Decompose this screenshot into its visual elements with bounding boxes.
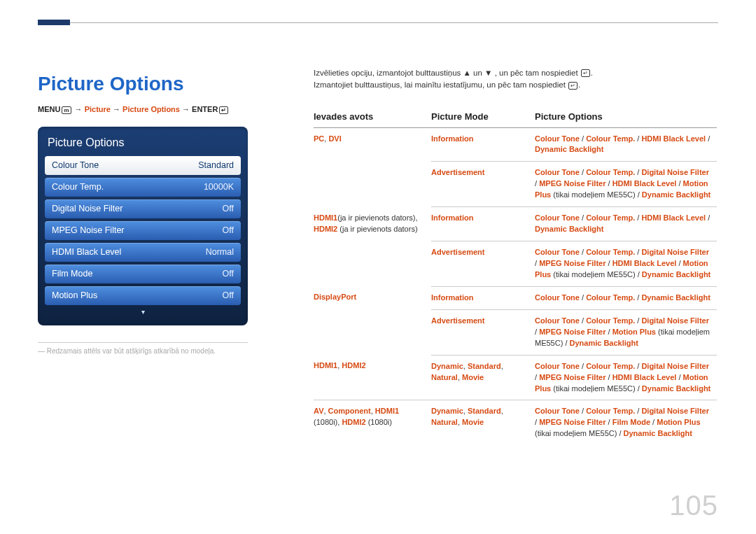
menu-item-mpeg-noise-filter[interactable]: MPEG Noise FilterOff (45, 221, 241, 240)
cell-picture-options: Colour Tone / Colour Temp. / Digital Noi… (535, 309, 717, 355)
menu-item-label: Digital Noise Filter (52, 204, 122, 213)
table-row: HDMI1(ja ir pievienots dators), HDMI2 (j… (314, 207, 717, 241)
cell-picture-mode: Advertisement (431, 162, 535, 207)
intro-part: Izmantojiet bulttaustiņus, lai mainītu i… (314, 80, 568, 89)
arrow-icon: → (182, 105, 192, 113)
menu-item-value: Off (223, 269, 234, 279)
arrow-icon: → (113, 105, 122, 113)
menu-item-label: Film Mode (52, 269, 92, 279)
intro-part: , un pēc tam nospiediet (495, 69, 580, 77)
cell-source (314, 162, 431, 207)
cell-picture-options: Colour Tone / Colour Temp. / Digital Noi… (535, 355, 717, 400)
cell-picture-mode: Advertisement (431, 309, 535, 355)
arrow-icon: → (75, 105, 85, 113)
menu-item-digital-noise-filter[interactable]: Digital Noise FilterOff (45, 199, 241, 218)
table-row: AV, Component, HDMI1 (1080i), HDMI2 (108… (314, 400, 717, 445)
cell-picture-options: Colour Tone / Colour Temp. / Digital Noi… (535, 241, 717, 287)
breadcrumb-picture-options: Picture Options (122, 105, 180, 113)
osd-menu-panel: Picture Options Colour ToneStandardColou… (38, 127, 248, 325)
cell-picture-options: Colour Tone / Colour Temp. / Digital Noi… (535, 162, 717, 207)
menu-item-value: Normal (206, 247, 234, 257)
table-row: AdvertisementColour Tone / Colour Temp. … (314, 162, 717, 207)
table-row: PC, DVIInformationColour Tone / Colour T… (314, 127, 717, 162)
cell-picture-mode: Dynamic, Standard, Natural, Movie (431, 355, 535, 400)
menu-item-label: Colour Temp. (52, 182, 104, 192)
menu-item-value: Off (223, 225, 234, 235)
enter-icon: ↵ (568, 82, 578, 90)
menu-item-colour-temp-[interactable]: Colour Temp.10000K (45, 178, 241, 197)
cell-source: HDMI1(ja ir pievienots dators), HDMI2 (j… (314, 207, 431, 241)
intro-part: . (591, 69, 593, 77)
enter-icon: ↵ (219, 106, 228, 114)
menu-item-value: Standard (198, 160, 234, 170)
scroll-down-icon[interactable]: ▾ (45, 308, 241, 316)
down-arrow-icon: ▼ (484, 69, 492, 77)
cell-source: DisplayPort (314, 286, 431, 309)
divider (38, 342, 248, 343)
col-picture-mode: Picture Mode (431, 107, 535, 128)
cell-picture-mode: Information (431, 127, 535, 162)
col-picture-options: Picture Options (535, 107, 717, 128)
intro-text: Izvēlieties opciju, izmantojot bulttaust… (314, 67, 717, 92)
menu-item-label: MPEG Noise Filter (52, 225, 125, 235)
table-row: DisplayPortInformationColour Tone / Colo… (314, 286, 717, 309)
cell-source: HDMI1, HDMI2 (314, 355, 431, 400)
table-row: AdvertisementColour Tone / Colour Temp. … (314, 309, 717, 355)
menu-icon: m (62, 106, 71, 114)
menu-item-label: Colour Tone (52, 160, 99, 170)
menu-item-film-mode[interactable]: Film ModeOff (45, 265, 241, 283)
osd-menu-title: Picture Options (45, 132, 241, 156)
cell-picture-mode: Advertisement (431, 241, 535, 287)
header-rule (38, 22, 718, 24)
menu-item-value: 10000K (204, 182, 234, 192)
intro-part: . (578, 80, 580, 89)
intro-part: Izvēlieties opciju, izmantojot bulttaust… (314, 69, 463, 77)
enter-icon: ↵ (581, 69, 590, 77)
cell-source: AV, Component, HDMI1 (1080i), HDMI2 (108… (314, 400, 431, 445)
breadcrumb-picture: Picture (85, 105, 111, 113)
intro-part: un (473, 69, 484, 77)
cell-picture-mode: Dynamic, Standard, Natural, Movie (431, 400, 535, 445)
cell-picture-options: Colour Tone / Colour Temp. / HDMI Black … (535, 207, 717, 241)
up-arrow-icon: ▲ (463, 69, 471, 77)
menu-item-hdmi-black-level[interactable]: HDMI Black LevelNormal (45, 243, 241, 262)
cell-source (314, 241, 431, 287)
menu-item-motion-plus[interactable]: Motion PlusOff (45, 286, 241, 305)
menu-item-value: Off (223, 204, 234, 213)
cell-source: PC, DVI (314, 127, 431, 162)
options-table: Ievades avots Picture Mode Picture Optio… (314, 107, 717, 446)
menu-item-value: Off (223, 290, 234, 300)
page-number: 105 (669, 490, 718, 521)
table-row: HDMI1, HDMI2Dynamic, Standard, Natural, … (314, 355, 717, 400)
breadcrumb-menu: MENU (38, 105, 60, 113)
cell-picture-options: Colour Tone / Colour Temp. / HDMI Black … (535, 127, 717, 162)
menu-item-label: HDMI Black Level (52, 247, 121, 257)
menu-item-colour-tone[interactable]: Colour ToneStandard (45, 156, 241, 175)
table-row: AdvertisementColour Tone / Colour Temp. … (314, 241, 717, 287)
cell-picture-options: Colour Tone / Colour Temp. / Dynamic Bac… (535, 286, 717, 309)
cell-picture-options: Colour Tone / Colour Temp. / Digital Noi… (535, 400, 717, 445)
col-source: Ievades avots (314, 107, 431, 128)
cell-picture-mode: Information (431, 207, 535, 241)
breadcrumb-enter: ENTER (192, 105, 218, 113)
cell-source (314, 309, 431, 355)
cell-picture-mode: Information (431, 286, 535, 309)
menu-item-label: Motion Plus (52, 290, 97, 300)
